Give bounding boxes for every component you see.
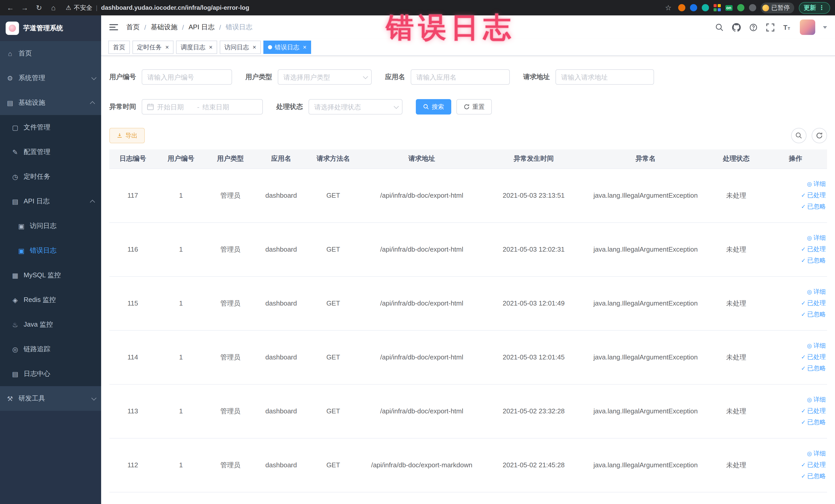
avatar-caret-icon[interactable] bbox=[823, 26, 827, 28]
help-icon[interactable] bbox=[749, 23, 758, 32]
tab-dispatch-log[interactable]: 调度日志 × bbox=[176, 41, 217, 54]
sidebar-item-error-log[interactable]: ▣ 错误日志 bbox=[0, 238, 101, 263]
extension-paw-icon[interactable] bbox=[749, 4, 756, 11]
start-date-input[interactable] bbox=[157, 103, 194, 110]
hamburger-icon[interactable] bbox=[109, 24, 118, 30]
sidebar-item-config-mgmt[interactable]: ✎ 配置管理 bbox=[0, 140, 101, 164]
sidebar-item-label: MySQL 监控 bbox=[24, 270, 61, 280]
mark-processed-link[interactable]: ✓ 已处理 bbox=[801, 461, 826, 469]
breadcrumb-item[interactable]: 首页 bbox=[126, 23, 140, 32]
url-divider: | bbox=[96, 4, 98, 11]
status-cell: 未处理 bbox=[708, 438, 764, 492]
user-type-cell: 管理员 bbox=[206, 330, 255, 384]
search-icon bbox=[423, 104, 429, 110]
mark-ignored-link[interactable]: ✓ 已忽略 bbox=[801, 364, 826, 373]
paused-badge[interactable]: 已暂停 bbox=[760, 2, 794, 13]
breadcrumb-item[interactable]: API 日志 bbox=[189, 23, 215, 32]
sidebar-item-mysql-monitor[interactable]: ▦ MySQL 监控 bbox=[0, 263, 101, 287]
export-button[interactable]: 导出 bbox=[109, 128, 145, 143]
sidebar-item-access-log[interactable]: ▣ 访问日志 bbox=[0, 214, 101, 238]
date-range-picker[interactable]: - bbox=[142, 99, 263, 115]
detail-link[interactable]: ◎ 详细 bbox=[807, 287, 826, 296]
request-url-cell: /api/infra/db-doc/export-html bbox=[359, 330, 484, 384]
close-icon[interactable]: × bbox=[303, 44, 306, 50]
fullscreen-icon[interactable] bbox=[766, 23, 775, 32]
extension-icon-2[interactable] bbox=[690, 4, 697, 11]
tab-label: 错误日志 bbox=[274, 43, 299, 52]
mark-processed-link[interactable]: ✓ 已处理 bbox=[801, 407, 826, 416]
reset-button[interactable]: 重置 bbox=[456, 99, 492, 115]
eye-icon: ◎ bbox=[807, 235, 812, 241]
sidebar-item-dev-tools[interactable]: ⚒ 研发工具 bbox=[0, 386, 101, 411]
close-icon[interactable]: × bbox=[165, 44, 169, 50]
mark-ignored-link[interactable]: ✓ 已忽略 bbox=[801, 418, 826, 427]
check-icon: ✓ bbox=[801, 365, 806, 372]
toggle-search-button[interactable] bbox=[791, 128, 806, 143]
tab-access-log[interactable]: 访问日志 × bbox=[220, 41, 261, 54]
forward-icon[interactable]: → bbox=[20, 4, 30, 12]
filter-row-2: 异常时间 - 处理状态 bbox=[109, 99, 827, 115]
user-id-input[interactable] bbox=[142, 69, 232, 85]
security-warning[interactable]: ⚠ 不安全 bbox=[66, 3, 93, 12]
sidebar-item-scheduled-jobs[interactable]: ◷ 定时任务 bbox=[0, 164, 101, 189]
extension-leaf-icon[interactable] bbox=[737, 4, 744, 11]
sidebar-item-tracing[interactable]: ◎ 链路追踪 bbox=[0, 337, 101, 362]
sidebar-item-system-mgmt[interactable]: ⚙ 系统管理 bbox=[0, 66, 101, 90]
app-logo[interactable]: 芋道管理系统 bbox=[0, 15, 101, 41]
browser-home-icon[interactable]: ⌂ bbox=[48, 4, 59, 12]
search-button[interactable]: 搜索 bbox=[416, 99, 451, 115]
search-icon[interactable] bbox=[715, 23, 724, 32]
sidebar-item-home[interactable]: ⌂ 首页 bbox=[0, 41, 101, 66]
table-row: 116 1 管理员 dashboard GET /api/infra/db-do… bbox=[109, 222, 827, 276]
mark-processed-link[interactable]: ✓ 已处理 bbox=[801, 191, 826, 200]
mark-processed-link[interactable]: ✓ 已处理 bbox=[801, 245, 826, 254]
close-icon[interactable]: × bbox=[252, 44, 256, 50]
user-type-select[interactable] bbox=[278, 69, 372, 85]
bookmark-star-icon[interactable]: ☆ bbox=[663, 4, 673, 12]
mark-processed-link[interactable]: ✓ 已处理 bbox=[801, 353, 826, 362]
mark-ignored-link[interactable]: ✓ 已忽略 bbox=[801, 472, 826, 481]
breadcrumb-separator: / bbox=[144, 23, 146, 31]
sidebar-item-label: 链路追踪 bbox=[24, 345, 50, 354]
tab-scheduled-jobs[interactable]: 定时任务 × bbox=[133, 41, 174, 54]
request-url-input[interactable] bbox=[555, 69, 654, 85]
font-size-icon[interactable]: T T bbox=[782, 23, 792, 32]
browser-update-button[interactable]: 更新 ⋮ bbox=[798, 2, 830, 14]
sidebar-item-api-logs[interactable]: ▤ API 日志 bbox=[0, 189, 101, 214]
close-icon[interactable]: × bbox=[209, 44, 212, 50]
detail-link[interactable]: ◎ 详细 bbox=[807, 234, 826, 242]
app-name-input[interactable] bbox=[411, 69, 510, 85]
address-bar[interactable]: ⚠ 不安全 | dashboard.yudao.iocoder.cn/infra… bbox=[63, 3, 659, 12]
mark-ignored-link[interactable]: ✓ 已忽略 bbox=[801, 310, 826, 319]
on-extension-badge[interactable]: on bbox=[725, 5, 732, 11]
back-icon[interactable]: ← bbox=[5, 4, 15, 12]
tab-error-log[interactable]: 错误日志 × bbox=[263, 41, 311, 54]
mark-processed-link[interactable]: ✓ 已处理 bbox=[801, 299, 826, 308]
mark-ignored-link[interactable]: ✓ 已忽略 bbox=[801, 202, 826, 211]
ignored-link-label: 已忽略 bbox=[807, 472, 826, 481]
extension-icon-1[interactable] bbox=[678, 4, 685, 11]
extensions-grid-icon[interactable] bbox=[713, 4, 720, 11]
app-name-cell: dashboard bbox=[255, 438, 307, 492]
url-text[interactable]: dashboard.yudao.iocoder.cn/infra/log/api… bbox=[101, 4, 249, 11]
detail-link[interactable]: ◎ 详细 bbox=[807, 449, 826, 458]
app-name-cell: dashboard bbox=[255, 168, 307, 222]
mark-ignored-link[interactable]: ✓ 已忽略 bbox=[801, 256, 826, 265]
reload-icon[interactable]: ↻ bbox=[34, 4, 44, 12]
avatar[interactable] bbox=[799, 20, 815, 35]
sidebar-item-redis-monitor[interactable]: ◈ Redis 监控 bbox=[0, 287, 101, 312]
sidebar-item-infrastructure[interactable]: ▤ 基础设施 bbox=[0, 90, 101, 115]
sidebar-item-log-center[interactable]: ▤ 日志中心 bbox=[0, 362, 101, 386]
process-status-select[interactable] bbox=[308, 99, 403, 115]
extension-icon-3[interactable] bbox=[701, 4, 709, 11]
detail-link[interactable]: ◎ 详细 bbox=[807, 180, 826, 188]
tab-home[interactable]: 首页 bbox=[108, 41, 130, 54]
sidebar-item-java-monitor[interactable]: ♨ Java 监控 bbox=[0, 312, 101, 337]
end-date-input[interactable] bbox=[203, 103, 240, 110]
detail-link[interactable]: ◎ 详细 bbox=[807, 341, 826, 350]
sidebar-item-file-mgmt[interactable]: ▢ 文件管理 bbox=[0, 115, 101, 140]
breadcrumb-item[interactable]: 基础设施 bbox=[151, 23, 177, 32]
refresh-table-button[interactable] bbox=[811, 128, 827, 143]
github-icon[interactable] bbox=[732, 23, 741, 32]
detail-link[interactable]: ◎ 详细 bbox=[807, 396, 826, 404]
